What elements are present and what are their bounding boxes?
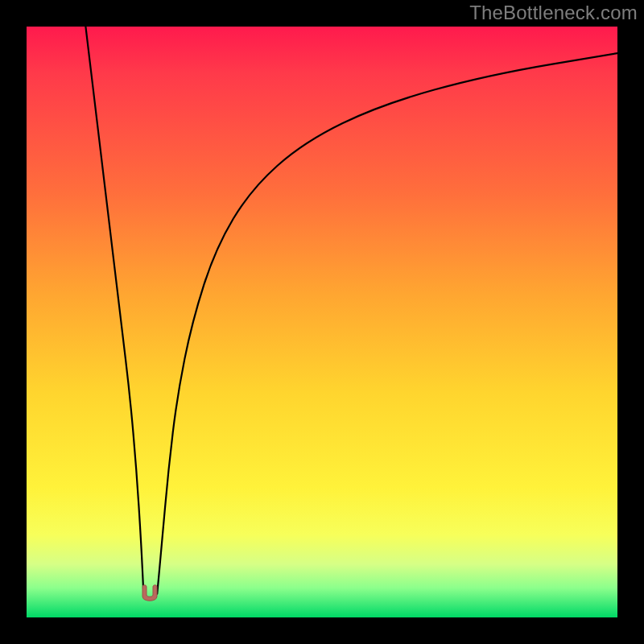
chart-frame: TheBottleneck.com [0, 0, 644, 644]
bottleneck-curve [27, 27, 617, 617]
watermark-text: TheBottleneck.com [469, 2, 638, 24]
curve-right-branch [157, 53, 617, 594]
marker-shape-icon [142, 584, 157, 601]
curve-left-branch [85, 27, 143, 594]
optimal-point-marker [139, 584, 160, 603]
plot-area [27, 27, 617, 617]
